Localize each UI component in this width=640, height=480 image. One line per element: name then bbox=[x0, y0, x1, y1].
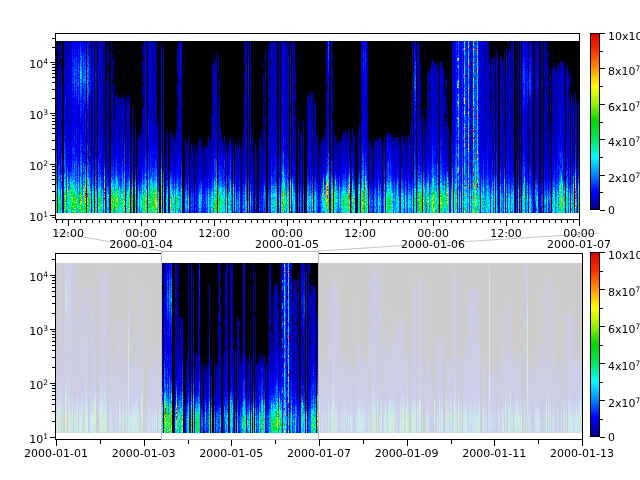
x-minor-tick bbox=[190, 220, 191, 223]
x-minor-tick bbox=[506, 220, 507, 223]
x-minor-tick bbox=[287, 220, 288, 223]
y-minor-tick bbox=[52, 334, 55, 335]
x-minor-tick bbox=[275, 220, 276, 223]
x-minor-tick bbox=[208, 220, 209, 223]
x-minor-tick bbox=[573, 220, 574, 223]
x-tick bbox=[231, 440, 232, 446]
x-minor-tick bbox=[74, 220, 75, 223]
x-minor-tick bbox=[500, 220, 501, 223]
x-minor-tick bbox=[463, 220, 464, 223]
y-minor-tick bbox=[52, 67, 55, 68]
zoom-panel-spectrogram[interactable] bbox=[56, 41, 579, 213]
colorbar-tick-label: 0 bbox=[608, 205, 615, 216]
y-tick bbox=[50, 62, 55, 63]
y-minor-tick bbox=[52, 357, 55, 358]
x-minor-tick bbox=[172, 220, 173, 223]
colorbar-tick bbox=[600, 419, 603, 420]
x-minor-tick bbox=[415, 220, 416, 223]
y-tick bbox=[50, 215, 55, 216]
context-panel-colorbar bbox=[590, 252, 600, 437]
x-minor-tick bbox=[543, 220, 544, 223]
x-minor-tick bbox=[129, 220, 130, 223]
x-tick-label: 12:00 bbox=[344, 228, 376, 239]
y-minor-tick bbox=[52, 313, 55, 314]
y-minor-tick bbox=[52, 38, 55, 39]
x-minor-tick bbox=[451, 220, 452, 223]
x-minor-tick bbox=[378, 220, 379, 223]
colorbar-tick bbox=[600, 210, 605, 211]
y-minor-tick bbox=[52, 175, 55, 176]
x-minor-tick bbox=[421, 220, 422, 223]
y-tick bbox=[50, 437, 55, 438]
colorbar-tick bbox=[600, 326, 605, 327]
x-minor-tick bbox=[342, 220, 343, 223]
x-minor-tick bbox=[68, 220, 69, 223]
colorbar-tick bbox=[600, 192, 603, 193]
x-minor-tick bbox=[470, 220, 471, 223]
zoom-panel-colorbar bbox=[590, 33, 600, 210]
colorbar-tick bbox=[600, 271, 603, 272]
colorbar-tick bbox=[600, 289, 605, 290]
y-minor-tick bbox=[52, 280, 55, 281]
x-minor-tick bbox=[62, 220, 63, 223]
y-minor-tick bbox=[52, 149, 55, 150]
colorbar-tick bbox=[600, 400, 605, 401]
y-minor-tick bbox=[52, 73, 55, 74]
y-minor-tick bbox=[52, 70, 55, 71]
x-date-label: 2000-01-09 bbox=[375, 448, 439, 459]
context-panel-spectrogram[interactable] bbox=[56, 263, 582, 433]
y-minor-tick bbox=[52, 421, 55, 422]
colorbar-tick bbox=[600, 139, 605, 140]
x-minor-tick bbox=[348, 220, 349, 223]
x-minor-tick bbox=[196, 220, 197, 223]
colorbar-tick-label: 6x107 bbox=[608, 99, 640, 113]
x-minor-tick bbox=[86, 220, 87, 223]
y-minor-tick bbox=[52, 341, 55, 342]
y-minor-tick bbox=[52, 350, 55, 351]
y-tick bbox=[50, 164, 55, 165]
x-tick bbox=[275, 440, 276, 444]
x-minor-tick bbox=[360, 220, 361, 223]
colorbar-tick bbox=[600, 51, 603, 52]
y-minor-tick bbox=[52, 166, 55, 167]
colorbar-tick bbox=[600, 363, 605, 364]
x-minor-tick bbox=[80, 220, 81, 223]
y-minor-tick bbox=[52, 172, 55, 173]
x-tick-label: 12:00 bbox=[52, 228, 84, 239]
x-minor-tick bbox=[445, 220, 446, 223]
y-minor-tick bbox=[52, 64, 55, 65]
x-minor-tick bbox=[226, 220, 227, 223]
x-minor-tick bbox=[384, 220, 385, 223]
x-minor-tick bbox=[397, 220, 398, 223]
y-tick bbox=[50, 113, 55, 114]
x-minor-tick bbox=[123, 220, 124, 223]
colorbar-tick-label: 10x107 bbox=[608, 247, 640, 261]
x-minor-tick bbox=[324, 220, 325, 223]
x-minor-tick bbox=[232, 220, 233, 223]
x-minor-tick bbox=[135, 220, 136, 223]
y-minor-tick bbox=[52, 98, 55, 99]
y-minor-tick bbox=[52, 140, 55, 141]
y-tick bbox=[50, 329, 55, 330]
x-minor-tick bbox=[202, 220, 203, 223]
x-minor-tick bbox=[372, 220, 373, 223]
x-minor-tick bbox=[311, 220, 312, 223]
x-minor-tick bbox=[257, 220, 258, 223]
x-minor-tick bbox=[159, 220, 160, 223]
x-minor-tick bbox=[305, 220, 306, 223]
x-minor-tick bbox=[293, 220, 294, 223]
selection-box[interactable] bbox=[161, 251, 319, 440]
x-tick-label: 12:00 bbox=[490, 228, 522, 239]
x-tick bbox=[538, 440, 539, 444]
x-tick bbox=[100, 440, 101, 444]
y-minor-tick bbox=[52, 169, 55, 170]
y-minor-tick bbox=[52, 184, 55, 185]
y-minor-tick bbox=[52, 115, 55, 116]
x-minor-tick bbox=[561, 220, 562, 223]
x-minor-tick bbox=[238, 220, 239, 223]
y-minor-tick bbox=[52, 47, 55, 48]
colorbar-tick bbox=[600, 86, 603, 87]
x-minor-tick bbox=[178, 220, 179, 223]
colorbar-tick bbox=[600, 68, 605, 69]
x-date-label: 2000-01-04 bbox=[109, 239, 173, 250]
